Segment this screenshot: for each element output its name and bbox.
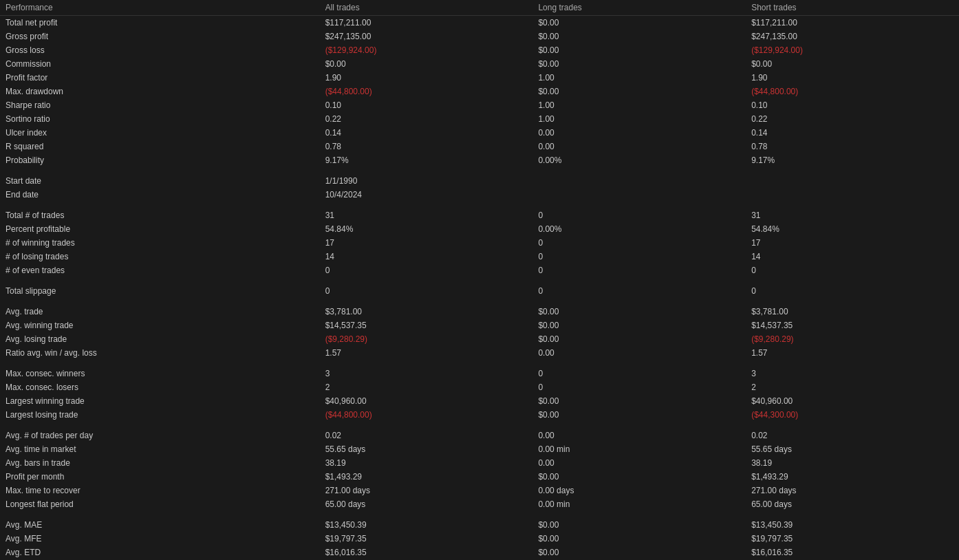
header-performance: Performance <box>0 0 320 16</box>
header-long-trades: Long trades <box>532 0 746 16</box>
row-all-value: 0 <box>320 263 533 277</box>
row-long-value: 0 <box>532 367 746 380</box>
row-all-value: 54.84% <box>320 222 533 236</box>
table-row: Total # of trades31031 <box>0 208 959 222</box>
row-all-value: ($9,280.29) <box>320 332 533 346</box>
table-body: Total net profit$117,211.00$0.00$117,211… <box>0 16 959 560</box>
row-label: Avg. ETD <box>0 546 320 559</box>
row-label: Probability <box>0 153 320 167</box>
row-long-value: 0.00 <box>532 140 746 153</box>
row-all-value: 0.10 <box>320 98 533 112</box>
row-long-value: 0.00% <box>532 222 746 236</box>
row-label: Gross loss <box>0 43 320 57</box>
table-row: # of losing trades14014 <box>0 250 959 263</box>
row-label: Largest losing trade <box>0 408 320 422</box>
table-row: Avg. bars in trade38.190.0038.19 <box>0 456 959 470</box>
row-long-value: 0.00 days <box>532 484 746 497</box>
row-all-value: 0.22 <box>320 112 533 126</box>
row-short-value: 0.78 <box>746 140 959 153</box>
row-long-value: $0.00 <box>532 394 746 408</box>
table-row: Avg. time in market55.65 days0.00 min55.… <box>0 442 959 456</box>
row-label: Avg. MFE <box>0 532 320 546</box>
row-long-value: $0.00 <box>532 57 746 71</box>
row-label: Profit per month <box>0 470 320 484</box>
row-short-value: $16,016.35 <box>746 546 959 559</box>
row-all-value: 10/4/2024 <box>320 188 533 202</box>
table-row: Gross profit$247,135.00$0.00$247,135.00 <box>0 30 959 43</box>
table-row: Longest flat period65.00 days0.00 min65.… <box>0 497 959 511</box>
row-label: Max. drawdown <box>0 85 320 98</box>
table-row: Max. consec. losers202 <box>0 380 959 394</box>
separator-row <box>0 167 959 174</box>
table-row: R squared0.780.000.78 <box>0 140 959 153</box>
separator-row <box>0 298 959 305</box>
row-label: Max. time to recover <box>0 484 320 497</box>
row-short-value: 17 <box>746 236 959 250</box>
row-label: Max. consec. losers <box>0 380 320 394</box>
row-long-value: 0.00 <box>532 429 746 442</box>
row-short-value: $14,537.35 <box>746 319 959 332</box>
row-all-value: 3 <box>320 367 533 380</box>
row-short-value: 0 <box>746 263 959 277</box>
row-short-value: 31 <box>746 208 959 222</box>
row-short-value: $117,211.00 <box>746 16 959 30</box>
row-label: Avg. bars in trade <box>0 456 320 470</box>
row-all-value: 0.14 <box>320 126 533 140</box>
row-long-value <box>532 188 746 202</box>
table-row: Sharpe ratio0.101.000.10 <box>0 98 959 112</box>
row-all-value: 0.78 <box>320 140 533 153</box>
row-label: Avg. trade <box>0 305 320 319</box>
row-label: Largest winning trade <box>0 394 320 408</box>
row-label: Ratio avg. win / avg. loss <box>0 346 320 360</box>
row-all-value: $0.00 <box>320 57 533 71</box>
table-row: Commission$0.00$0.00$0.00 <box>0 57 959 71</box>
row-short-value: 1.57 <box>746 346 959 360</box>
row-label: # of winning trades <box>0 236 320 250</box>
separator-row <box>0 422 959 429</box>
table-row: End date10/4/2024 <box>0 188 959 202</box>
row-long-value: $0.00 <box>532 30 746 43</box>
performance-table: Performance All trades Long trades Short… <box>0 0 959 559</box>
row-all-value: 0 <box>320 284 533 298</box>
table-row: Max. time to recover271.00 days0.00 days… <box>0 484 959 497</box>
table-row: Max. consec. winners303 <box>0 367 959 380</box>
row-long-value: $0.00 <box>532 470 746 484</box>
row-short-value: 54.84% <box>746 222 959 236</box>
row-all-value: 1.90 <box>320 71 533 85</box>
row-long-value <box>532 174 746 188</box>
row-all-value: $13,450.39 <box>320 518 533 532</box>
row-label: Gross profit <box>0 30 320 43</box>
row-short-value: ($129,924.00) <box>746 43 959 57</box>
row-label: Avg. MAE <box>0 518 320 532</box>
row-label: Percent profitable <box>0 222 320 236</box>
row-long-value: 1.00 <box>532 98 746 112</box>
table-row: Avg. ETD$16,016.35$0.00$16,016.35 <box>0 546 959 559</box>
table-row: Probability9.17%0.00%9.17% <box>0 153 959 167</box>
row-short-value: 271.00 days <box>746 484 959 497</box>
row-short-value: 0.10 <box>746 98 959 112</box>
row-all-value: $19,797.35 <box>320 532 533 546</box>
row-label: Avg. time in market <box>0 442 320 456</box>
row-all-value: $16,016.35 <box>320 546 533 559</box>
row-all-value: 65.00 days <box>320 497 533 511</box>
table-row: Gross loss($129,924.00)$0.00($129,924.00… <box>0 43 959 57</box>
header-short-trades: Short trades <box>746 0 959 16</box>
row-long-value: $0.00 <box>532 305 746 319</box>
row-long-value: $0.00 <box>532 532 746 546</box>
row-short-value: $40,960.00 <box>746 394 959 408</box>
row-label: Total # of trades <box>0 208 320 222</box>
table-row: Ratio avg. win / avg. loss1.570.001.57 <box>0 346 959 360</box>
row-all-value: $1,493.29 <box>320 470 533 484</box>
row-short-value: $1,493.29 <box>746 470 959 484</box>
separator-row <box>0 202 959 208</box>
table-row: Sortino ratio0.221.000.22 <box>0 112 959 126</box>
separator-row <box>0 360 959 367</box>
row-all-value: $3,781.00 <box>320 305 533 319</box>
row-short-value: 55.65 days <box>746 442 959 456</box>
row-short-value: 0.02 <box>746 429 959 442</box>
row-long-value: 0.00 min <box>532 497 746 511</box>
table-row: Avg. trade$3,781.00$0.00$3,781.00 <box>0 305 959 319</box>
row-all-value: ($44,800.00) <box>320 408 533 422</box>
row-all-value: $40,960.00 <box>320 394 533 408</box>
table-row: Start date1/1/1990 <box>0 174 959 188</box>
